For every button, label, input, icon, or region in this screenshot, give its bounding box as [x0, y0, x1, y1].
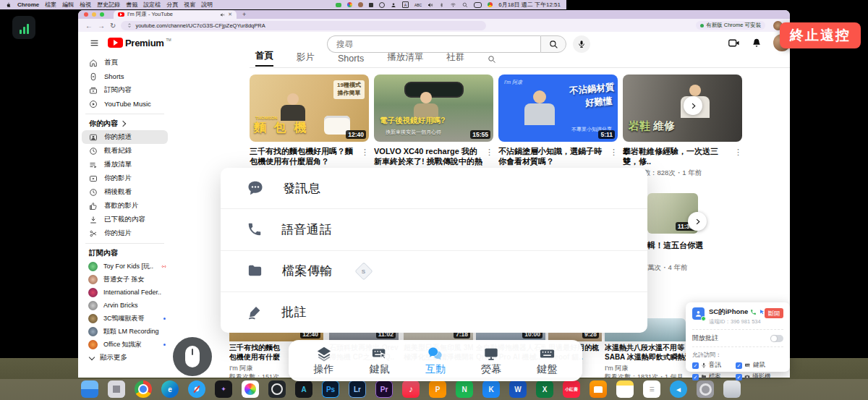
dock-icon-lightroom[interactable]: Lr [349, 380, 366, 398]
sidebar-item-your-channel[interactable]: 你的頻道 [82, 130, 168, 144]
sidebar-item-your-clips[interactable]: 你的短片 [78, 226, 171, 240]
annotation-toggle[interactable] [770, 335, 783, 342]
create-video-icon[interactable] [728, 37, 740, 49]
video-menu-icon[interactable]: ⋮ [485, 148, 493, 157]
dock-icon-keynote[interactable]: K [482, 380, 500, 398]
video-card[interactable]: 19種模式操作簡單 THOMSON 麵 包 機 12:40 三千有找的麵包機好用… [250, 75, 369, 178]
sidebar-item-your-videos[interactable]: 你的影片 [78, 171, 171, 185]
subscription-putong-nvzi[interactable]: 普通女子 孫女 [78, 273, 171, 286]
menubar-menu-edit[interactable]: 編輯 [62, 1, 74, 9]
toolbar-item-interact[interactable]: 互動 [425, 346, 446, 376]
menubar-pinwheel-icon[interactable] [347, 2, 352, 7]
menubar-paw-icon[interactable] [358, 2, 363, 7]
dock-icon-photos[interactable] [242, 380, 259, 398]
video-card-partial[interactable]: 冰溫熱共八段水溫不用等！ SABA 冰溫熱即飲式瞬熱淨飲機 I'm 阿康 觀看次… [605, 343, 686, 378]
site-info-icon[interactable] [127, 22, 132, 28]
video-menu-icon[interactable]: ⋮ [734, 148, 742, 157]
tab-close-icon[interactable]: ✕ [228, 12, 232, 17]
sidebar-item-history[interactable]: 觀看紀錄 [78, 144, 171, 158]
video-title[interactable]: 不沾鍋塗層小知識，選鍋子時你會看材質嗎？ [498, 146, 618, 166]
dock-icon-pages[interactable]: P [429, 380, 446, 398]
disconnect-button[interactable]: 斷開 [765, 308, 783, 318]
menu-item-send-message[interactable]: 發訊息 [221, 168, 647, 208]
menubar-menu-tabs[interactable]: 分頁 [166, 1, 178, 9]
menubar-input-source-icon[interactable]: A [402, 1, 409, 8]
search-button[interactable] [540, 35, 566, 53]
permission-files[interactable]: ✓ 檔案 [692, 373, 736, 381]
tab-muted-speaker-icon[interactable] [220, 12, 225, 17]
search-input[interactable] [327, 35, 540, 53]
sidebar-item-downloads[interactable]: 已下載的內容 [78, 213, 171, 226]
menubar-chrome-icon[interactable] [488, 2, 493, 7]
sidebar-item-subscriptions[interactable]: 訂閱內容 [78, 83, 171, 97]
menubar-menu-file[interactable]: 檔案 [45, 1, 56, 9]
checkbox-checked[interactable]: ✓ [736, 374, 742, 380]
dock-icon-edge[interactable]: e [161, 380, 179, 398]
address-bar[interactable]: youtube.com/channel/UC7cG3S-CFjpZeQYur8d… [121, 21, 486, 30]
dock-icon-affinity[interactable]: A [295, 380, 312, 398]
dock-icon-xiaohongshu[interactable]: 小紅書 [563, 380, 580, 398]
video-title[interactable]: 攀岩鞋維修經驗，一次送三雙，修.. [623, 146, 742, 166]
menubar-user-icon[interactable] [391, 2, 396, 8]
toolbar-item-keyboard[interactable]: 鍵盤 [537, 346, 557, 376]
guide-menu-icon[interactable] [90, 38, 99, 48]
checkbox-checked[interactable]: ✓ [692, 362, 699, 369]
forward-button[interactable]: → [98, 22, 105, 30]
dock-icon-photoshop[interactable]: Ps [322, 380, 339, 398]
toolbar-item-actions[interactable]: 操作 [314, 346, 334, 376]
video-menu-icon[interactable]: ⋮ [361, 148, 369, 157]
carousel-next-button[interactable] [688, 212, 707, 231]
dock-icon-final-cut-pro[interactable]: ✦ [215, 380, 232, 398]
dock-icon-chrome[interactable] [135, 380, 152, 398]
subscription-arvin-bricks[interactable]: Arvin Bricks [78, 299, 171, 312]
sidebar-item-shorts[interactable]: Shorts [78, 69, 171, 83]
apple-logo-icon[interactable] [6, 2, 12, 8]
subscription-office-zhishijia[interactable]: Office 知識家 [78, 338, 171, 351]
subscription-3c-platypus[interactable]: 3C鴨嘴獸表哥 [78, 312, 171, 325]
menubar-tool-icon[interactable] [369, 3, 373, 7]
tab-community[interactable]: 社群 [446, 51, 464, 67]
menubar-search-icon[interactable] [462, 2, 468, 8]
video-card[interactable]: 電子後視鏡好用嗎? 換新車後安裝一個月心得 15:55 VOLVO XC40 r… [374, 75, 493, 178]
dock-icon-excel[interactable]: X [536, 380, 553, 398]
video-menu-icon[interactable]: ⋮ [610, 148, 618, 157]
video-thumbnail[interactable]: I'm 阿康 不沾鍋材質 好難懂 不專業小知識分享 5:11 [498, 75, 618, 142]
menubar-bluetooth-icon[interactable] [439, 2, 444, 8]
subscription-keke-lm-recording[interactable]: 顆顆 LM Recording [78, 325, 171, 338]
menubar-menu-help[interactable]: 說明 [201, 1, 213, 9]
dock-icon-finder[interactable] [81, 380, 98, 398]
youtube-premium-logo[interactable]: Premium TM [108, 38, 171, 48]
menubar-app-green-icon[interactable] [336, 3, 341, 7]
reload-button[interactable]: ↻ [110, 22, 116, 30]
dock-icon-trash[interactable] [723, 380, 741, 398]
subscription-toy-for-kids[interactable]: Toy For Kids [玩.. [78, 260, 171, 273]
connection-signal-indicator[interactable] [12, 16, 35, 39]
menu-item-voice-call[interactable]: 語音通話 [221, 208, 647, 250]
menubar-menu-view[interactable]: 檢視 [80, 1, 91, 9]
tab-home[interactable]: 首頁 [255, 50, 273, 67]
menu-item-file-transfer[interactable]: 檔案傳輸 S [221, 250, 647, 292]
close-window-button[interactable] [84, 12, 88, 17]
menubar-record-icon[interactable] [379, 2, 385, 8]
menubar-clock[interactable]: 6月18日 週二 下午12:51 [498, 1, 561, 9]
dock-icon-music[interactable]: ♪ [402, 380, 420, 398]
notifications-bell-icon[interactable] [751, 37, 762, 48]
dock-icon-settings[interactable] [697, 380, 714, 398]
sidebar-header-your-content[interactable]: 你的內容 [78, 117, 171, 130]
dock-icon-obs[interactable] [268, 380, 286, 398]
menubar-menu-window[interactable]: 視窗 [184, 1, 195, 9]
video-thumbnail[interactable]: 19種模式操作簡單 THOMSON 麵 包 機 12:40 [250, 75, 369, 142]
sidebar-item-playlists[interactable]: 播放清單 [78, 158, 171, 171]
voice-search-button[interactable] [573, 35, 590, 53]
dock-icon-books[interactable] [590, 380, 607, 398]
menubar-control-center-icon[interactable] [474, 2, 482, 8]
video-thumbnail[interactable]: 岩鞋 維修 [623, 75, 742, 142]
channel-search-icon[interactable] [488, 55, 496, 64]
dock-icon-word[interactable]: W [509, 380, 527, 398]
dock-icon-premiere[interactable]: Pr [375, 380, 393, 398]
sidebar-item-youtube-music[interactable]: YouTube Music [78, 97, 171, 111]
menubar-wifi-icon[interactable] [450, 2, 456, 8]
video-menu-icon[interactable]: ⋮ [690, 240, 698, 250]
video-thumbnail[interactable]: 電子後視鏡好用嗎? 換新車後安裝一個月心得 15:55 [374, 75, 493, 142]
menu-item-annotate[interactable]: 批註 [221, 292, 647, 333]
